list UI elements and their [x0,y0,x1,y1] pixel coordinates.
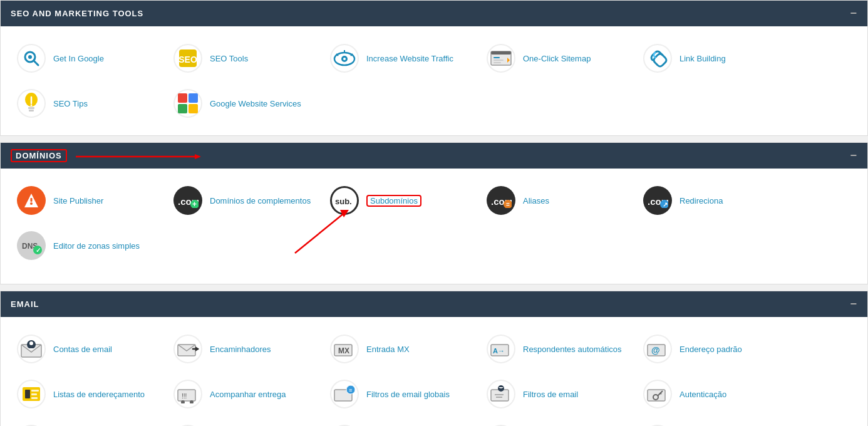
svg-rect-25 [189,104,198,113]
svg-rect-62 [31,397,38,399]
forwarders-label: Encaminhadores [210,345,271,354]
one-click-sitemap-icon [487,44,515,73]
subdomains-icon: sub. [330,186,359,215]
tool-get-in-google[interactable]: Get In Google [11,39,167,78]
tool-calendars-contacts[interactable]: Calendários e contatos [637,420,793,426]
svg-rect-14 [493,60,504,61]
tool-redirects[interactable]: .com ↗ Redireciona [637,181,793,220]
seo-tools-icon: SEO [173,44,202,73]
domains-title: DOMÍNIOS [11,149,201,162]
email-filters-label: Filtros de email [523,390,578,399]
tool-increase-traffic[interactable]: Increase Website Traffic [324,39,480,78]
tool-google-website-services[interactable]: Google Website Services [167,84,324,123]
svg-point-48 [29,341,33,345]
svg-rect-24 [178,104,187,113]
subdomains-label: Subdomínios [366,195,421,207]
svg-text:sub.: sub. [335,197,352,206]
track-delivery-label: Acompanhar entrega [210,390,286,399]
tool-site-publisher[interactable]: Site Publisher [11,181,167,220]
email-tools-grid: Contas de email Encaminhadores MX [1,317,867,426]
one-click-sitemap-label: One-Click Sitemap [523,54,591,63]
seo-collapse-button[interactable]: − [850,7,857,20]
tool-addon-domains[interactable]: .com + Domínios de complementos [167,181,324,220]
seo-tools-grid: Get In Google SEO SEO Tools [1,26,867,135]
mailing-lists-label: Listas de endereçamento [53,390,145,399]
tool-seo-tools[interactable]: SEO SEO Tools [167,39,324,78]
seo-tips-icon [17,89,46,118]
tool-one-click-sitemap[interactable]: One-Click Sitemap [480,39,637,78]
tool-encryption[interactable]: Criptografia [324,420,480,426]
tool-email-accounts[interactable]: Contas de email [11,330,167,368]
tool-boxtrapper[interactable]: ↑ BoxTrapper [480,420,637,426]
svg-point-7 [343,58,346,60]
svg-rect-19 [29,110,34,112]
tool-mailing-lists[interactable]: Listas de endereçamento [11,375,167,413]
mailing-lists-icon [17,380,46,408]
tool-aliases[interactable]: .com = Aliases [480,181,637,220]
autoresponders-label: Respondentes automáticos [523,345,622,354]
tool-global-filters[interactable]: ≡ Filtros de email globais [324,375,480,413]
domains-collapse-button[interactable]: − [850,149,857,162]
addon-domains-label: Domínios de complementos [210,196,311,205]
svg-rect-59 [25,390,30,398]
default-address-icon: @ [643,335,672,363]
tool-forwarders[interactable]: Encaminhadores [167,330,324,368]
svg-rect-23 [189,93,198,103]
email-accounts-icon [17,335,46,363]
tool-spamassassin[interactable]: Apache SpamAssassin™ [167,420,324,426]
site-publisher-icon [17,186,46,215]
svg-text:!!!: !!! [182,393,187,400]
mx-entry-label: Entrada MX [366,345,410,354]
tool-seo-tips[interactable]: SEO Tips [11,84,167,123]
svg-marker-51 [195,346,199,351]
domains-header: DOMÍNIOS − [1,143,867,169]
svg-rect-22 [178,93,187,103]
email-filters-icon [487,380,515,408]
tool-email-filters[interactable]: Filtros de email [480,375,637,413]
svg-point-21 [31,105,33,106]
svg-text:MX: MX [338,346,349,355]
forwarders-icon [173,335,202,363]
svg-text:↗: ↗ [663,201,668,208]
svg-text:+: + [192,200,197,208]
svg-rect-70 [491,390,509,401]
authentication-icon [643,380,672,408]
email-collapse-button[interactable]: − [850,298,857,311]
autoresponders-icon: A→ [487,335,515,363]
get-in-google-label: Get In Google [53,54,104,63]
zone-editor-label: Editor de zonas simples [53,241,140,251]
tool-track-delivery[interactable]: !!! Acompanhar entrega [167,375,324,413]
email-accounts-label: Contas de email [53,345,112,354]
redirects-icon: .com ↗ [643,186,672,215]
svg-line-1 [34,61,38,65]
increase-traffic-label: Increase Website Traffic [366,54,453,63]
tool-mx-entry[interactable]: MX Entrada MX [324,330,480,368]
email-header: EMAIL − [1,291,867,317]
default-address-label: Endereço padrão [679,345,742,354]
tool-subdomains[interactable]: sub. Subdomínios [324,181,480,220]
svg-text:=: = [506,201,510,208]
svg-rect-12 [491,51,511,55]
google-website-services-label: Google Website Services [210,99,301,108]
tool-import-addresses[interactable]: Importador de endereços [11,420,167,426]
link-building-icon [643,44,672,73]
svg-point-29 [30,202,33,205]
global-filters-label: Filtros de email globais [366,390,450,399]
header-arrow [76,152,201,162]
tool-autoresponders[interactable]: A→ Respondentes automáticos [480,330,637,368]
tool-link-building[interactable]: Link Building [637,39,793,78]
svg-text:✓: ✓ [36,247,41,254]
svg-rect-13 [493,57,500,58]
domains-section: DOMÍNIOS − Site Publisher [0,142,868,284]
tool-authentication[interactable]: Autenticação [637,375,793,413]
seo-section: SEO AND MARKETING TOOLS − Get In Google … [0,0,868,136]
tool-default-address[interactable]: @ Endereço padrão [637,330,793,368]
track-delivery-icon: !!! [173,380,202,408]
svg-text:@: @ [651,345,660,355]
aliases-label: Aliases [523,196,549,205]
svg-rect-60 [31,390,39,392]
authentication-label: Autenticação [679,390,726,399]
svg-rect-18 [28,107,34,109]
tool-zone-editor[interactable]: DNS ✓ Editor de zonas simples [11,226,167,265]
svg-text:SEO: SEO [178,55,197,65]
